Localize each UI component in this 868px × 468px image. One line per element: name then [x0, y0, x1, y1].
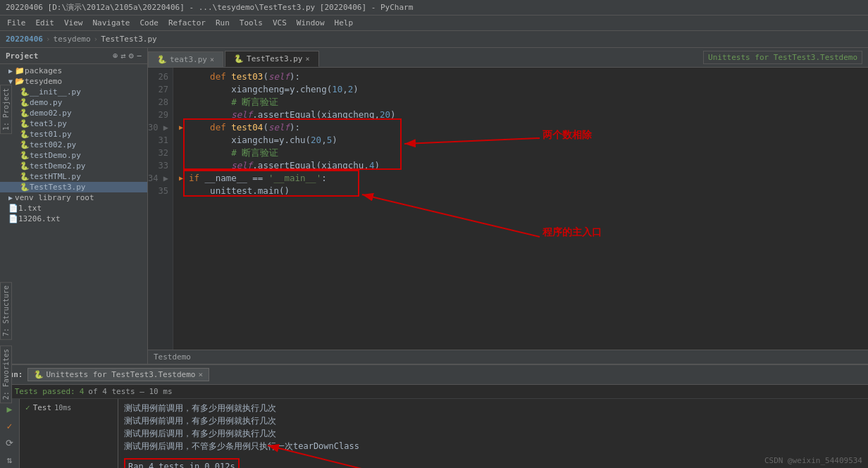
ran-tests-text: Ran 4 tests in 0.012s — [124, 458, 240, 468]
sidebar-title: Project — [6, 51, 113, 61]
test-item-time: 10ms — [54, 404, 71, 412]
tree-item-testdemo2[interactable]: 🐍 testDemo2.py — [0, 161, 147, 171]
code-line-27: xiangcheng=y.cheng( 10 , 2 ) — [179, 83, 862, 96]
folder-icon: ▶ — [8, 67, 13, 75]
menu-item-vcs[interactable]: VCS — [268, 18, 291, 28]
run-left-panel: ✓ Test 10ms — [20, 399, 118, 468]
editor-area: 🐍 teat3.py × 🐍 TestTest3.py × Unittests … — [148, 48, 868, 364]
sidebar-header: Project ⊕ ⇄ ⚙ − — [0, 48, 147, 64]
code-line-26: def test03 ( self ): — [179, 70, 862, 83]
structure-side-label[interactable]: 7: Structure — [0, 282, 11, 340]
test-item[interactable]: ✓ Test 10ms — [23, 402, 115, 414]
annotation-text-main-entry: 程序的主入口 — [542, 226, 602, 238]
code-lines: def test03 ( self ): xiangcheng — [173, 68, 868, 350]
tree-item-teat3[interactable]: 🐍 teat3.py — [0, 118, 147, 129]
tree-item-testtest3[interactable]: 🐍 TestTest3.py — [0, 182, 147, 192]
minimize-icon[interactable]: − — [137, 51, 142, 61]
out-ran-wrapper: Ran 4 tests in 0.012s — [124, 458, 862, 468]
tab-close-testtest3[interactable]: × — [306, 55, 310, 63]
svg-line-3 — [362, 195, 540, 237]
run-play-btn[interactable]: ▶ — [3, 402, 17, 416]
sidebar-tree: ▶ 📁 packages ▼ 📂 tesydemo 🐍 __init__.py — [0, 64, 147, 364]
tree-item-1txt[interactable]: 📄 1.txt — [0, 203, 147, 214]
title-bar: 20220406 [D:\演示\2012a\2105a\20220406] - … — [0, 0, 868, 16]
run-tab-close[interactable]: × — [198, 370, 203, 379]
run-output: 测试用例前调用，有多少用例就执行几次 测试用例前调用，有多少用例就执行几次 测试… — [118, 399, 868, 468]
code-line-29: self .assertEqual(xiangcheng, 20 ) — [179, 109, 862, 121]
run-toolbar: ▶ ✓ ⟳ ⇅ ⤓ — [0, 399, 20, 468]
out-line-3: 测试用例后调用，有多少用例就执行几次 — [124, 427, 862, 440]
sync-icon[interactable]: ⇄ — [120, 51, 125, 61]
tests-banner: ✓ Tests passed: 4 of 4 tests – 10 ms — [0, 385, 868, 399]
tab-close-teat3[interactable]: × — [210, 56, 214, 63]
sidebar-icons: ⊕ ⇄ ⚙ − — [113, 51, 142, 61]
code-line-32: # 断言验证 — [179, 147, 862, 159]
tab-testtest3[interactable]: 🐍 TestTest3.py × — [225, 51, 319, 67]
code-line-33: self .assertEqual(xiangchu, 4 ) — [179, 159, 862, 172]
gear-icon[interactable]: ⚙ — [129, 51, 134, 61]
menu-bar: FileEditViewNavigateCodeRefactorRunTools… — [0, 16, 868, 31]
project-side-label[interactable]: 1: Project — [0, 85, 11, 134]
breadcrumb-part3: TestTest3.py — [101, 35, 156, 44]
menu-item-refactor[interactable]: Refactor — [164, 18, 210, 28]
tests-banner-of: of 4 tests – 10 ms — [88, 387, 172, 396]
breadcrumb: 20220406 › tesydemo › TestTest3.py — [0, 31, 868, 48]
project-sidebar: Project ⊕ ⇄ ⚙ − ▶ 📁 packages — [0, 48, 148, 364]
code-line-31: xiangchu=y.chu( 20 , 5 ) — [179, 134, 862, 147]
tests-banner-text: Tests passed: — [15, 387, 75, 396]
run-tab-icon: 🐍 — [34, 370, 44, 379]
watermark: CSDN @weixin_54409534 — [764, 456, 862, 465]
run-content: ▶ ✓ ⟳ ⇅ ⤓ ✓ Test 10ms 测试用例前调用，有多少用例就执行几次… — [0, 399, 868, 468]
menu-item-run[interactable]: Run — [211, 18, 234, 28]
run-tab[interactable]: 🐍 Unittests for TestTest3.Testdemo × — [27, 368, 210, 381]
tree-item-13206txt[interactable]: 📄 13206.txt — [0, 214, 147, 224]
out-line-4: 测试用例后调用，不管多少条用例只执行一次tearDownClass — [124, 440, 862, 452]
tree-item-test01[interactable]: 🐍 test01.py — [0, 129, 147, 140]
tree-item-test002[interactable]: 🐍 test002.py — [0, 140, 147, 150]
menu-item-navigate[interactable]: Navigate — [89, 18, 135, 28]
run-panel: Run: 🐍 Unittests for TestTest3.Testdemo … — [0, 364, 868, 468]
menu-item-edit[interactable]: Edit — [32, 18, 59, 28]
run-stop-btn[interactable]: ✓ — [3, 419, 17, 433]
breadcrumb-part2: tesydemo — [54, 35, 91, 44]
favorites-side-label[interactable]: 2: Favorites — [0, 345, 11, 403]
menu-item-window[interactable]: Window — [292, 18, 329, 28]
title-text: 20220406 [D:\演示\2012a\2105a\20220406] - … — [6, 2, 413, 13]
code-line-30: ▶ def test04 ( self ): — [179, 121, 862, 134]
breadcrumb-part1: 20220406 — [6, 35, 43, 44]
menu-item-code[interactable]: Code — [135, 18, 163, 28]
test-item-label: Test — [33, 403, 52, 412]
menu-item-tools[interactable]: Tools — [235, 18, 267, 28]
tree-item-packages[interactable]: ▶ 📁 packages — [0, 66, 147, 76]
editor-status-text: Testdemo — [154, 352, 191, 362]
code-editor[interactable]: 26 27 28 29 30 ▶ 31 32 33 34 ▶ 35 — [148, 68, 868, 350]
top-right-badge: Unittests for TestTest3.Testdemo — [703, 51, 862, 64]
line-numbers: 26 27 28 29 30 ▶ 31 32 33 34 ▶ 35 — [148, 68, 173, 350]
menu-item-view[interactable]: View — [60, 18, 87, 28]
out-line-2: 测试用例前调用，有多少用例就执行几次 — [124, 414, 862, 427]
code-line-34: ▶ if __name__ == '__main__' : — [179, 172, 862, 185]
tree-item-testhtml[interactable]: 🐍 testHTML.py — [0, 171, 147, 182]
tab-teat3[interactable]: 🐍 teat3.py × — [148, 51, 223, 67]
editor-status: Testdemo — [148, 350, 868, 364]
tree-item-init[interactable]: 🐍 __init__.py — [0, 87, 147, 97]
run-filter-btn[interactable]: ⇅ — [3, 452, 17, 467]
menu-item-help[interactable]: Help — [330, 18, 358, 28]
add-icon[interactable]: ⊕ — [113, 51, 118, 61]
test-check-icon: ✓ — [25, 403, 30, 412]
tab-bar: 🐍 teat3.py × 🐍 TestTest3.py × Unittests … — [148, 48, 868, 68]
code-line-35: unittest.main() — [179, 185, 862, 197]
tree-item-demo[interactable]: 🐍 demo.py — [0, 97, 147, 108]
tree-item-testdemo[interactable]: 🐍 testDemo.py — [0, 150, 147, 161]
run-panel-header: Run: 🐍 Unittests for TestTest3.Testdemo … — [0, 365, 868, 385]
run-tab-label: Unittests for TestTest3.Testdemo — [46, 370, 196, 379]
out-line-1: 测试用例前调用，有多少用例就执行几次 — [124, 402, 862, 414]
venv-folder-icon: ▶ — [8, 194, 13, 202]
code-line-28: # 断言验证 — [179, 96, 862, 109]
menu-item-file[interactable]: File — [3, 18, 30, 28]
run-rerun-btn[interactable]: ⟳ — [3, 436, 17, 450]
tests-count: 4 — [80, 387, 85, 396]
tree-item-venv[interactable]: ▶ venv library root — [0, 192, 147, 203]
tree-item-demo02[interactable]: 🐍 demo02.py — [0, 108, 147, 118]
tree-item-tesydemo[interactable]: ▼ 📂 tesydemo — [0, 76, 147, 87]
